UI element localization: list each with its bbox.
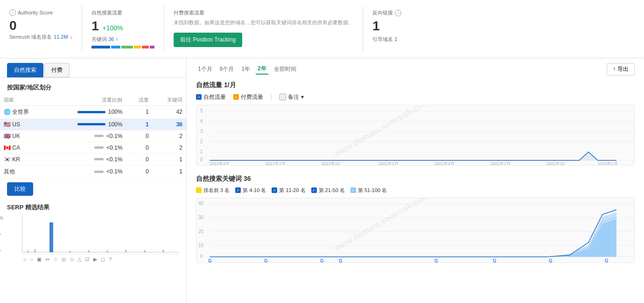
- tab-paid[interactable]: 付费: [44, 63, 70, 77]
- svg-text:G: G: [549, 258, 553, 263]
- svg-text:2022年7月: 2022年7月: [490, 161, 511, 165]
- country-section-title: 按国家/地区划分: [0, 78, 186, 95]
- note-icon[interactable]: □: [280, 94, 286, 100]
- serp-icon-question: ?: [109, 256, 112, 262]
- svg-rect-6: [106, 250, 108, 252]
- keywords-cell: 36: [153, 118, 186, 130]
- traffic-ratio-cell: 100%: [49, 105, 126, 118]
- svg-text:4: 4: [200, 118, 203, 124]
- right-panel: 1个月 6个月 1年 2年 全部时间 ↑ 导出 自然流量 1/月 ✓ 自然流量: [187, 58, 644, 303]
- serp-chart-container: 17% 8% 0%: [7, 215, 179, 253]
- chart1-svg: 5 4 3 2 1 0: [196, 105, 634, 165]
- table-row: 🇬🇧 UK <0.1% 0 2: [0, 130, 186, 142]
- country-flag: 🇰🇷: [4, 156, 11, 163]
- svg-text:G: G: [264, 258, 268, 263]
- svg-rect-4: [69, 251, 71, 252]
- keyword-progress-bar: [91, 46, 154, 48]
- svg-text:2021年7月: 2021年7月: [266, 161, 286, 165]
- paid-checkbox[interactable]: ✓: [233, 94, 239, 100]
- svg-text:3: 3: [200, 129, 203, 134]
- export-button[interactable]: ↑ 导出: [607, 63, 635, 76]
- svg-rect-9: [162, 250, 164, 252]
- organic-traffic-value: 1 +100%: [91, 18, 154, 34]
- svg-text:2022年10: 2022年10: [546, 161, 565, 165]
- svg-text:1: 1: [200, 149, 203, 154]
- 21to50-checkbox[interactable]: ✓: [311, 187, 317, 193]
- keywords-cell: 2: [153, 142, 186, 153]
- time-btn-all[interactable]: 全部时间: [272, 64, 298, 74]
- svg-marker-42: [210, 219, 616, 257]
- time-filter-group: 1个月 6个月 1年 2年 全部时间: [196, 64, 298, 75]
- serp-chart-svg: [22, 215, 179, 253]
- time-btn-1y[interactable]: 1年: [239, 64, 252, 74]
- traffic-cell: 1: [126, 105, 152, 118]
- svg-text:G: G: [434, 258, 438, 263]
- table-row: 🇺🇸 US 100% 1 36: [0, 118, 186, 130]
- svg-text:0: 0: [200, 254, 203, 259]
- time-btn-2y[interactable]: 2年: [256, 64, 268, 75]
- svg-text:G: G: [605, 258, 609, 263]
- 11to20-checkbox[interactable]: ✓: [272, 187, 277, 193]
- authority-score-card: i Authority Score 0 Semrush 域名排名 11.2M ↓: [0, 6, 82, 52]
- col-keywords: 关键词: [153, 95, 186, 106]
- chevron-down-icon: ▾: [301, 94, 304, 100]
- time-btn-6m[interactable]: 6个月: [218, 64, 236, 74]
- svg-text:G: G: [208, 258, 212, 263]
- time-btn-1m[interactable]: 1个月: [196, 64, 214, 74]
- traffic-cell: 0: [126, 142, 152, 153]
- serp-icon-triangle: △: [77, 256, 81, 262]
- col-traffic-ratio: 流量比例: [49, 95, 126, 106]
- legend-note: □ 备注 ▾: [280, 93, 304, 101]
- svg-text:2022年4月: 2022年4月: [434, 161, 455, 165]
- paid-traffic-desc: 未找到数据。如果这是您的域名，您可以获取关键词排名相关的所有必要数据。: [174, 19, 353, 26]
- keywords-cell: 1: [153, 165, 186, 178]
- chart2-area: www.domain.semrush.com 40 30 20 10 0: [196, 198, 635, 263]
- tab-organic[interactable]: 自然搜索: [7, 63, 43, 77]
- serp-icon-link: ⇔: [45, 256, 49, 262]
- position-tracking-button[interactable]: 前往 Position Tracking: [174, 33, 242, 47]
- traffic-ratio-cell: <0.1%: [49, 165, 126, 178]
- legend-divider: |: [271, 94, 272, 100]
- 4to10-checkbox[interactable]: ✓: [235, 187, 241, 193]
- traffic-ratio-cell: <0.1%: [49, 130, 126, 142]
- legend-paid: ✓ 付费流量: [233, 93, 263, 101]
- chart1-section: 自然流量 1/月 ✓ 自然流量 ✓ 付费流量 | □ 备注 ▾: [196, 81, 635, 165]
- serp-title: SERP 精选结果: [7, 203, 179, 212]
- svg-rect-2: [27, 250, 29, 252]
- kw-legend-4-10: ✓ 第 4-10 名: [235, 187, 266, 194]
- backlinks-title: 反向链接 i: [372, 9, 635, 16]
- chart2-section: 自然搜索关键词 36 排名前 3 名 ✓ 第 4-10 名 ✓ 第 11-20 …: [196, 175, 635, 263]
- svg-rect-3: [34, 249, 36, 252]
- traffic-ratio-cell: <0.1%: [49, 153, 126, 165]
- legend-organic: ✓ 自然流量: [196, 93, 226, 101]
- traffic-bar: [94, 171, 104, 173]
- 51to100-checkbox[interactable]: ✓: [350, 187, 356, 193]
- traffic-bar: [94, 146, 104, 149]
- svg-text:2022年1月: 2022年1月: [378, 161, 399, 165]
- chart1-title: 自然流量 1/月: [196, 81, 635, 90]
- authority-title: i Authority Score: [9, 9, 72, 16]
- svg-text:5: 5: [200, 108, 203, 113]
- serp-icon-comment: ◻: [101, 256, 105, 262]
- svg-text:G: G: [320, 258, 324, 263]
- top3-checkbox[interactable]: [196, 187, 202, 193]
- serp-icon-check: ☑: [85, 256, 90, 262]
- svg-rect-1: [49, 222, 53, 252]
- compare-button[interactable]: 比较: [7, 182, 33, 196]
- country-flag: 🇬🇧: [4, 133, 11, 139]
- keywords-cell: 42: [153, 105, 186, 118]
- svg-text:10: 10: [198, 243, 204, 248]
- svg-text:G: G: [339, 258, 343, 263]
- serp-chart-area: ⌂ ○ ▣ ⇔ ☆ ◎ ◇ △ ☑ ▶ ◻ ?: [22, 215, 179, 253]
- chart2-svg: 40 30 20 10 0: [196, 198, 634, 263]
- serp-icons-row: ⌂ ○ ▣ ⇔ ☆ ◎ ◇ △ ☑ ▶ ◻ ?: [22, 254, 179, 264]
- country-name-cell: 🇰🇷 KR: [0, 153, 49, 165]
- svg-text:0: 0: [200, 157, 203, 162]
- country-table: 国家 流量比例 流量 关键词 🌐 全世界 100% 1 42 🇺🇸 US: [0, 95, 186, 179]
- organic-traffic-card: 自然搜索流量 1 +100% 关键词 36 ↑: [82, 6, 164, 52]
- traffic-cell: 0: [126, 153, 152, 165]
- paid-traffic-card: 付费搜索流量 未找到数据。如果这是您的域名，您可以获取关键词排名相关的所有必要数…: [164, 6, 363, 52]
- traffic-ratio-cell: <0.1%: [49, 142, 126, 153]
- export-icon: ↑: [613, 66, 616, 72]
- organic-checkbox[interactable]: ✓: [196, 94, 202, 100]
